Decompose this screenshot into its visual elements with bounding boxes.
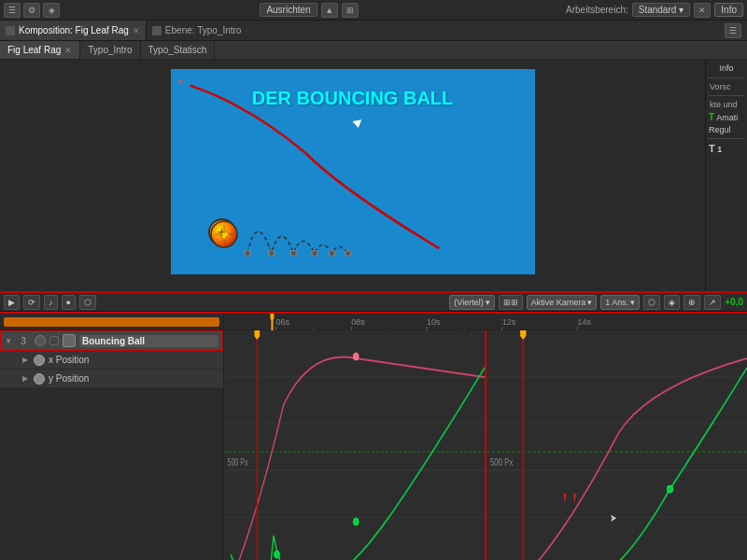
top-bar: ☰ ⚙ ◈ Ausrichten ▲ ⊞ Arbeitsbereich: Sta… — [0, 0, 747, 21]
timeline-header: ▶ ⟳ ♪ ● ⬡ (Viertel) ▾ ⊞⊞ Aktive Kamera ▾… — [0, 291, 747, 312]
info-button[interactable]: Info — [714, 3, 743, 17]
quarter-label: (Viertel) — [454, 298, 483, 307]
comp-close-icon[interactable]: ✕ — [133, 26, 140, 35]
left-layer-panel: ▼ 3 Bouncing Ball ▶ x Position ▶ y Posit… — [0, 330, 224, 560]
regul-label: Regul — [708, 124, 745, 135]
camera-label: Aktive Kamera — [531, 298, 586, 307]
tab-typo-intro-label: Typo_Intro — [88, 45, 132, 55]
prop-y-stopwatch-icon[interactable] — [34, 373, 45, 385]
comp-tab[interactable]: Komposition: Fig Leaf Rag ✕ — [0, 21, 147, 40]
ruler-row: 06s 08s 10s 12s 14s — [0, 314, 747, 330]
layer-name: Bouncing Ball — [79, 335, 218, 347]
panel-menu-icon[interactable]: ☰ — [725, 23, 741, 38]
bottom-graph-row: ▼ 3 Bouncing Ball ▶ x Position ▶ y Posit… — [0, 330, 747, 560]
ausrichten-button[interactable]: Ausrichten — [260, 3, 317, 17]
close-panel-icon[interactable]: ✕ — [694, 3, 711, 18]
prop-x-name: x Position — [49, 355, 89, 365]
layer-number: 3 — [16, 336, 31, 346]
layer-type-icon — [63, 334, 76, 347]
main-area: * DER BOUNCING BALL — [0, 60, 747, 291]
svg-text:08s: 08s — [351, 317, 365, 327]
tl-more-btn[interactable]: ⊕ — [684, 295, 700, 310]
preview-canvas: * DER BOUNCING BALL — [171, 69, 535, 274]
svg-point-52 — [667, 485, 672, 493]
tab-fig-leaf-close-icon[interactable]: ✕ — [64, 46, 72, 55]
prop-y-name: y Position — [49, 373, 89, 384]
graph-right-svg: ➤ 500 Px 0 — [486, 330, 747, 560]
cursor-icon — [352, 119, 362, 129]
tl-motion-btn[interactable]: ↗ — [704, 295, 721, 310]
svg-point-5 — [345, 250, 350, 256]
tl-mask-btn[interactable]: ⬡ — [79, 295, 96, 310]
svg-point-3 — [311, 250, 317, 256]
svg-point-36 — [353, 518, 359, 525]
view-label: 1 Ans. — [605, 298, 628, 307]
grid-icon[interactable]: ⊞ — [342, 3, 359, 18]
right-panel: Info Vorsc kte und T Amati Regul T 1 — [705, 60, 747, 291]
text-tool-label: T 1 — [708, 142, 745, 155]
layer-bar: Ebene: Typo_Intro ☰ — [147, 21, 747, 40]
svg-point-33 — [275, 551, 280, 558]
prop-row-y[interactable]: ▶ y Position — [0, 370, 223, 388]
svg-text:12s: 12s — [502, 317, 516, 327]
standard-label: Standard — [639, 5, 677, 15]
svg-rect-25 — [224, 330, 485, 560]
layer-empty-space — [0, 388, 223, 560]
camera-arrow-icon: ▾ — [587, 298, 592, 307]
quarter-arrow-icon: ▾ — [486, 298, 490, 307]
toolbar-icon-1[interactable]: ☰ — [4, 3, 21, 18]
prop-y-arrow-icon: ▶ — [22, 374, 28, 383]
tl-audio-btn[interactable]: ♪ — [44, 295, 58, 310]
camera-dropdown[interactable]: Aktive Kamera ▾ — [527, 295, 598, 310]
tab-row: Fig Leaf Rag ✕ Typo_Intro Typo_Statisch — [0, 41, 747, 60]
prop-row-x[interactable]: ▶ x Position — [0, 351, 223, 370]
graph-right: ➤ 500 Px 0 — [486, 330, 747, 560]
amati-label: T Amati — [708, 111, 745, 123]
toolbar-icon-2[interactable]: ⚙ — [23, 3, 40, 18]
quarter-dropdown[interactable]: (Viertel) ▾ — [449, 295, 494, 310]
toolbar-icon-3[interactable]: ◈ — [43, 3, 60, 18]
prop-x-arrow-icon: ▶ — [22, 356, 28, 364]
view-arrow-icon: ▾ — [630, 298, 635, 307]
preview-pane: * DER BOUNCING BALL — [0, 60, 705, 291]
comp-icon — [6, 26, 15, 35]
tab-typo-statisch-label: Typo_Statisch — [148, 45, 207, 55]
tl-render-btn[interactable]: ● — [62, 295, 76, 310]
toolbar-icons: ☰ ⚙ ◈ — [4, 3, 60, 18]
prop-x-stopwatch-icon[interactable] — [34, 355, 45, 366]
tab-fig-leaf-rag[interactable]: Fig Leaf Rag ✕ — [0, 41, 80, 59]
graph-left-svg: 500 Px — [224, 330, 485, 560]
tl-toggle-btn[interactable]: ◈ — [664, 295, 680, 310]
bottom-graph-area: 500 Px — [224, 330, 747, 560]
tl-expand-btn[interactable]: ▶ — [4, 295, 20, 310]
akte-text: kte und — [708, 99, 745, 110]
ausrichten-icon[interactable]: ▲ — [321, 3, 338, 18]
ball-object — [208, 218, 236, 246]
tl-loop-btn[interactable]: ⟳ — [23, 295, 40, 310]
svg-text:10s: 10s — [427, 317, 441, 327]
svg-text:500 Px: 500 Px — [490, 457, 514, 468]
view-dropdown[interactable]: 1 Ans. ▾ — [600, 295, 640, 310]
layer-row-3[interactable]: ▼ 3 Bouncing Ball — [0, 330, 223, 351]
tl-value: +0,0 — [725, 297, 743, 307]
standard-dropdown[interactable]: Standard ▾ — [632, 3, 691, 17]
layer-solo-icon[interactable] — [49, 336, 59, 345]
tab-fig-leaf-rag-label: Fig Leaf Rag — [7, 45, 61, 55]
tab-typo-statisch[interactable]: Typo_Statisch — [141, 41, 216, 59]
orange-bar — [4, 317, 219, 327]
ruler-left — [0, 314, 224, 329]
layer-expand-icon[interactable]: ▼ — [5, 337, 12, 345]
svg-point-2 — [290, 250, 296, 256]
svg-point-4 — [329, 250, 334, 256]
layer-visibility-icon[interactable] — [35, 335, 46, 346]
arbeitsbereich-label: Arbeitsbereich: — [566, 5, 628, 15]
tab-typo-intro[interactable]: Typo_Intro — [80, 41, 140, 59]
info-label: Info — [708, 62, 745, 75]
dropdown-arrow-icon: ▾ — [679, 5, 684, 15]
ruler-right: 06s 08s 10s 12s 14s — [224, 314, 747, 329]
tl-render2-btn[interactable]: ⬡ — [643, 295, 660, 310]
second-bar: Komposition: Fig Leaf Rag ✕ Ebene: Typo_… — [0, 21, 747, 41]
tl-icon-set[interactable]: ⊞⊞ — [499, 295, 523, 310]
svg-text:➤: ➤ — [610, 511, 617, 524]
layer-label: Ebene: Typo_Intro — [165, 25, 242, 35]
